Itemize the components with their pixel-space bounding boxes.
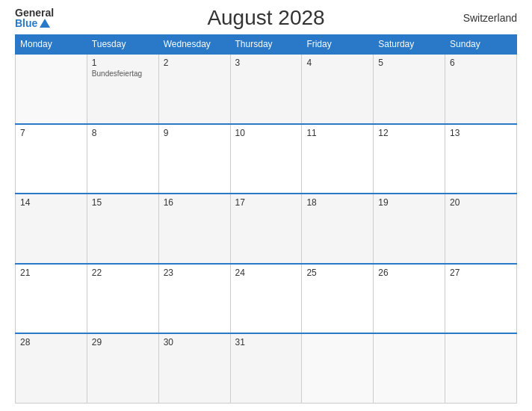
country-label: Switzerland bbox=[463, 12, 517, 24]
days-of-week-row: MondayTuesdayWednesdayThursdayFridaySatu… bbox=[16, 35, 517, 55]
day-number: 14 bbox=[20, 197, 82, 208]
calendar-cell bbox=[16, 54, 87, 124]
day-number: 1 bbox=[92, 58, 154, 68]
day-number: 5 bbox=[378, 58, 440, 68]
calendar-cell: 2 bbox=[158, 54, 230, 124]
calendar-cell: 24 bbox=[230, 264, 302, 334]
day-header-sunday: Sunday bbox=[445, 35, 517, 55]
day-number: 23 bbox=[164, 268, 226, 278]
day-number: 21 bbox=[20, 268, 82, 278]
calendar-cell: 15 bbox=[87, 194, 158, 264]
day-number: 30 bbox=[164, 337, 226, 347]
calendar-cell: 30 bbox=[158, 333, 230, 404]
calendar-cell: 9 bbox=[158, 124, 230, 194]
calendar-cell: 4 bbox=[302, 54, 374, 124]
day-number: 9 bbox=[164, 128, 226, 138]
calendar-cell: 18 bbox=[302, 194, 374, 264]
week-row-3: 14151617181920 bbox=[16, 194, 517, 264]
week-row-5: 28293031 bbox=[16, 333, 517, 404]
day-header-friday: Friday bbox=[302, 35, 374, 55]
calendar-cell: 17 bbox=[230, 194, 302, 264]
calendar-cell: 29 bbox=[87, 333, 158, 404]
logo-triangle-icon bbox=[40, 19, 50, 28]
day-number: 8 bbox=[92, 128, 154, 138]
day-number: 3 bbox=[235, 58, 297, 68]
calendar-cell: 28 bbox=[16, 333, 87, 404]
day-number: 26 bbox=[378, 268, 440, 278]
calendar-cell: 12 bbox=[374, 124, 445, 194]
calendar-cell: 25 bbox=[302, 264, 374, 334]
day-number: 20 bbox=[450, 197, 512, 208]
day-number: 22 bbox=[92, 268, 154, 278]
calendar-cell: 19 bbox=[374, 194, 445, 264]
day-number: 6 bbox=[450, 58, 512, 68]
calendar-cell: 31 bbox=[230, 333, 302, 404]
day-number: 28 bbox=[20, 337, 82, 347]
calendar-header: MondayTuesdayWednesdayThursdayFridaySatu… bbox=[16, 35, 517, 55]
calendar-cell bbox=[302, 333, 374, 404]
calendar-cell: 7 bbox=[16, 124, 87, 194]
calendar-cell: 1Bundesfeiertag bbox=[87, 54, 158, 124]
calendar-cell: 22 bbox=[87, 264, 158, 334]
calendar-cell: 21 bbox=[16, 264, 87, 334]
calendar-cell: 26 bbox=[374, 264, 445, 334]
day-number: 7 bbox=[20, 128, 82, 138]
day-number: 13 bbox=[450, 128, 512, 138]
calendar-title: August 2028 bbox=[207, 6, 324, 30]
logo: General Blue bbox=[15, 7, 54, 28]
day-number: 11 bbox=[306, 128, 368, 138]
day-number: 29 bbox=[92, 337, 154, 347]
week-row-4: 21222324252627 bbox=[16, 264, 517, 334]
day-header-wednesday: Wednesday bbox=[158, 35, 230, 55]
week-row-2: 78910111213 bbox=[16, 124, 517, 194]
calendar-cell: 8 bbox=[87, 124, 158, 194]
calendar-cell: 27 bbox=[445, 264, 517, 334]
day-number: 31 bbox=[235, 337, 297, 347]
day-number: 4 bbox=[306, 58, 368, 68]
calendar-cell: 10 bbox=[230, 124, 302, 194]
calendar-cell bbox=[445, 333, 517, 404]
logo-blue-text: Blue bbox=[15, 18, 50, 28]
day-number: 27 bbox=[450, 268, 512, 278]
day-header-tuesday: Tuesday bbox=[87, 35, 158, 55]
day-header-saturday: Saturday bbox=[374, 35, 445, 55]
page-header: General Blue August 2028 Switzerland bbox=[15, 7, 517, 28]
event-label: Bundesfeiertag bbox=[92, 69, 154, 78]
day-header-thursday: Thursday bbox=[230, 35, 302, 55]
day-number: 19 bbox=[378, 197, 440, 208]
calendar-cell bbox=[374, 333, 445, 404]
day-number: 10 bbox=[235, 128, 297, 138]
day-header-monday: Monday bbox=[16, 35, 87, 55]
day-number: 12 bbox=[378, 128, 440, 138]
calendar-cell: 11 bbox=[302, 124, 374, 194]
calendar-body: 1Bundesfeiertag2345678910111213141516171… bbox=[16, 54, 517, 404]
day-number: 24 bbox=[235, 268, 297, 278]
calendar-table: MondayTuesdayWednesdayThursdayFridaySatu… bbox=[15, 34, 517, 404]
calendar-cell: 6 bbox=[445, 54, 517, 124]
day-number: 18 bbox=[306, 197, 368, 208]
calendar-cell: 20 bbox=[445, 194, 517, 264]
week-row-1: 1Bundesfeiertag23456 bbox=[16, 54, 517, 124]
calendar-cell: 5 bbox=[374, 54, 445, 124]
logo-general-text: General bbox=[15, 7, 54, 18]
day-number: 15 bbox=[92, 197, 154, 208]
calendar-cell: 14 bbox=[16, 194, 87, 264]
calendar-cell: 13 bbox=[445, 124, 517, 194]
day-number: 16 bbox=[164, 197, 226, 208]
day-number: 25 bbox=[306, 268, 368, 278]
calendar-cell: 16 bbox=[158, 194, 230, 264]
calendar-cell: 3 bbox=[230, 54, 302, 124]
calendar-cell: 23 bbox=[158, 264, 230, 334]
day-number: 2 bbox=[164, 58, 226, 68]
day-number: 17 bbox=[235, 197, 297, 208]
